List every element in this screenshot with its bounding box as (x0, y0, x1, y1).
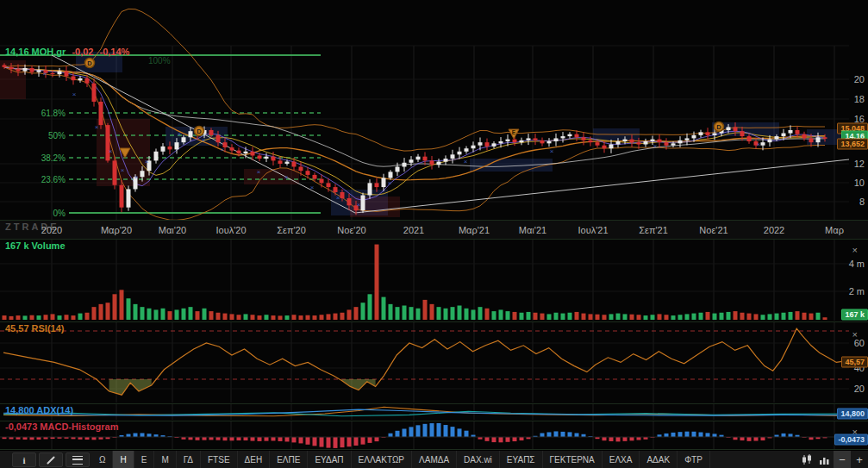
volume-axis-tick: 2 m (849, 286, 865, 296)
volume-bar (768, 314, 772, 320)
volume-bar (37, 315, 41, 320)
volume-bar (9, 316, 14, 320)
macd-bar (637, 437, 641, 440)
volume-bar (616, 314, 621, 320)
time-axis-label: Μαρ (825, 225, 844, 235)
macd-bar (665, 434, 669, 437)
volume-bar (430, 304, 434, 320)
volume-bar (244, 314, 248, 320)
volume-bar (423, 300, 428, 320)
symbol-price-name: 14,16 MOH.gr (5, 47, 66, 57)
volume-bar (334, 314, 338, 320)
macd-bar (747, 437, 752, 441)
volume-bar (685, 314, 690, 320)
volume-bar (306, 315, 310, 320)
toolbar-symbol-Μ[interactable]: Μ (154, 451, 176, 468)
volume-pane-close-icon[interactable]: × (852, 246, 858, 254)
volume-bar (134, 304, 138, 320)
macd-bar (740, 437, 745, 440)
macd-bar (492, 437, 496, 442)
symbol-change-pct: -0,14% (100, 47, 130, 57)
macd-bar (251, 437, 255, 441)
macd-bar (320, 437, 324, 447)
toolbar-symbol-ΑΔΑΚ[interactable]: ΑΔΑΚ (640, 451, 678, 468)
volume-bar (320, 315, 324, 320)
volume-bar (23, 315, 28, 320)
toolbar-symbol-Ε[interactable]: Ε (134, 451, 155, 468)
macd-bar (540, 433, 545, 437)
macd-bar (361, 437, 365, 445)
volume-bar (458, 306, 462, 321)
draw-icon[interactable] (39, 452, 63, 467)
volume-bar (278, 315, 283, 320)
volume-bar (596, 315, 600, 320)
price-axis-tick: 12 (854, 159, 865, 169)
price-axis-tick: 18 (854, 94, 865, 104)
toolbar-symbol-ΕΛΛΑΚΤΩΡ[interactable]: ΕΛΛΑΚΤΩΡ (352, 451, 412, 468)
volume-bar (299, 315, 303, 320)
volume-bar (251, 315, 255, 320)
volume-bar (237, 315, 241, 320)
volume-bar (203, 309, 207, 320)
volume-bar (623, 314, 628, 320)
svg-text:E: E (512, 129, 516, 135)
macd-bar (244, 437, 248, 440)
toolbar-symbol-ΕΛΧΑ[interactable]: ΕΛΧΑ (603, 451, 640, 468)
macd-bar (134, 434, 138, 437)
toolbar-symbol-ΓΔ[interactable]: ΓΔ (177, 451, 201, 468)
watchlist-icon[interactable] (66, 452, 90, 467)
time-axis-label: 2022 (764, 225, 784, 235)
toolbar-symbol-ΕΥΔΑΠ[interactable]: ΕΥΔΑΠ (308, 451, 351, 468)
volume-bar (396, 307, 400, 320)
macd-bar (713, 434, 717, 437)
rsi-axis-tick: 20 (854, 384, 865, 394)
volume-bar (796, 311, 800, 320)
toolbar-symbol-Ω[interactable]: Ω (92, 451, 113, 468)
zone-red (244, 169, 299, 184)
toolbar-symbol-ΔΕΗ[interactable]: ΔΕΗ (238, 451, 271, 468)
zoom-in-button[interactable]: + (851, 451, 868, 468)
candlestick-chart-icon[interactable] (799, 451, 816, 468)
volume-bar (747, 314, 752, 320)
time-axis-label: Μαι'21 (519, 225, 546, 235)
toolbar-symbol-DAX.wi[interactable]: DAX.wi (457, 451, 500, 468)
svg-text:×: × (134, 173, 139, 181)
volume-bar (147, 309, 152, 320)
macd-bar (196, 437, 200, 440)
toolbar-symbol-ΕΛΠΕ[interactable]: ΕΛΠΕ (270, 451, 308, 468)
macd-bar (313, 437, 317, 446)
volume-bar (789, 312, 793, 320)
macd-bar (141, 433, 145, 437)
toolbar-symbol-Η[interactable]: Η (113, 451, 134, 468)
macd-bar (609, 437, 614, 441)
macd-bar (444, 425, 448, 437)
svg-text:×: × (336, 194, 340, 202)
macd-bar (147, 434, 152, 437)
volume-bar (451, 307, 455, 320)
volume-bar (568, 313, 572, 320)
volume-bar (603, 315, 607, 320)
macd-bar (278, 437, 283, 441)
toolbar-symbol-ΦΤΡ[interactable]: ΦΤΡ (678, 451, 710, 468)
rsi-pane-close-icon[interactable]: × (852, 330, 858, 339)
volume-bar (3, 315, 7, 320)
toolbar-symbol-ΓΕΚΤΕΡΝΑ[interactable]: ΓΕΚΤΕΡΝΑ (543, 451, 603, 468)
volume-bar (775, 314, 779, 320)
macd-bar (423, 424, 428, 437)
toolbar-symbol-ΕΥΑΠΣ[interactable]: ΕΥΑΠΣ (500, 451, 543, 468)
bar-chart-icon[interactable] (816, 451, 834, 468)
macd-bar (699, 433, 703, 437)
macd-pane-title: -0,0473 MACD-Histogram (5, 421, 118, 432)
macd-bar (685, 432, 690, 437)
info-icon[interactable]: i (12, 452, 36, 467)
volume-bar (478, 307, 483, 320)
volume-bar (403, 306, 407, 321)
time-axis-label: 2020 (41, 225, 62, 235)
svg-text:×: × (109, 147, 113, 155)
volume-bar (230, 314, 234, 320)
fib-level-label: 23.6% (41, 175, 66, 184)
volume-bar (51, 314, 55, 320)
toolbar-symbol-FTSE[interactable]: FTSE (201, 451, 238, 468)
zoom-out-button[interactable]: − (834, 451, 851, 468)
toolbar-symbol-ΛΑΜΔΑ[interactable]: ΛΑΜΔΑ (412, 451, 457, 468)
